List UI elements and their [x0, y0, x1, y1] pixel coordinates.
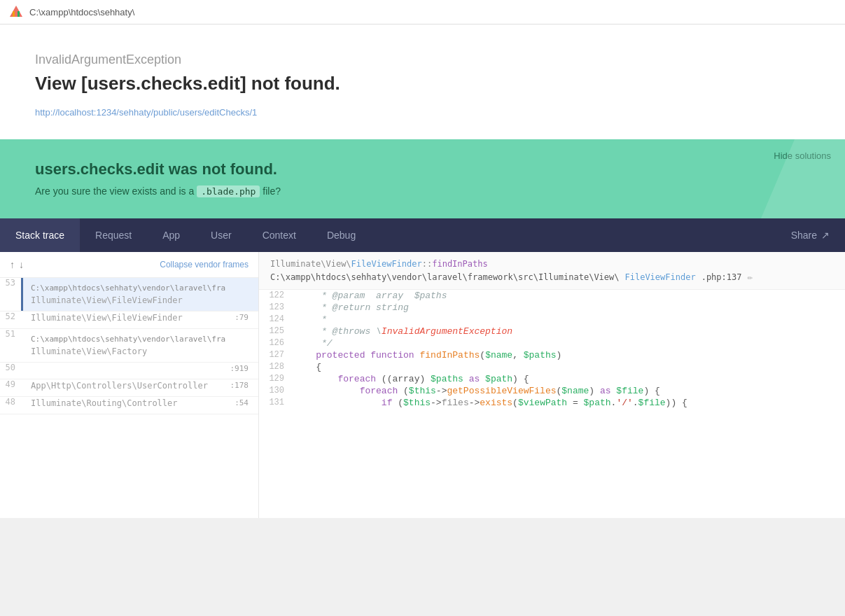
line-content-128: { — [294, 362, 845, 372]
frame-number-53: 53 — [0, 278, 21, 288]
line-content-130: foreach ($this->getPossibleViewFiles($na… — [294, 386, 845, 396]
code-body: 122 * @param array $paths 123 * @return … — [259, 290, 845, 518]
frame-classname-52: Illuminate\View\FileViewFinder — [31, 313, 183, 323]
line-number-122: 122 — [259, 290, 294, 300]
svg-rect-1 — [13, 11, 15, 17]
code-line-123: 123 * @return string — [259, 302, 845, 314]
top-bar: C:\xampp\htdocs\sehhaty\ — [0, 0, 845, 24]
frame-row-53[interactable]: 53 C:\xampp\htdocs\sehhaty\vendor\larave… — [0, 278, 258, 311]
frame-row-52[interactable]: 52 Illuminate\View\FileViewFinder :79 — [0, 312, 258, 328]
nav-down-arrow[interactable]: ↓ — [19, 259, 24, 270]
frame-row-48[interactable]: 48 Illuminate\Routing\Controller :54 — [0, 397, 258, 414]
frame-class-53: Illuminate\View\FileViewFinder — [21, 294, 258, 311]
frame-path-51: C:\xampp\htdocs\sehhaty\vendor\laravel\f… — [21, 329, 258, 345]
frame-class-49: App\Http\Controllers\UserController :178 — [21, 379, 258, 396]
frame-classname-49: App\Http\Controllers\UserController — [31, 381, 208, 391]
frame-classname-51: Illuminate\View\Factory — [31, 346, 147, 356]
nav-up-arrow[interactable]: ↑ — [10, 259, 15, 270]
filepath-after: .php:137 — [701, 272, 742, 282]
xampp-logo — [8, 4, 24, 20]
svg-marker-0 — [10, 6, 22, 17]
code-header: Illuminate\View\FileViewFinder::findInPa… — [259, 252, 845, 290]
line-number-127: 127 — [259, 350, 294, 360]
namespace-fn: findInPaths — [432, 259, 487, 269]
frame-path-53: C:\xampp\htdocs\sehhaty\vendor\laravel\f… — [21, 278, 258, 294]
frame-line-48: :54 — [235, 398, 249, 408]
frame-row-49[interactable]: 49 App\Http\Controllers\UserController :… — [0, 379, 258, 396]
code-line-124: 124 * — [259, 314, 845, 326]
stack-frame-50[interactable]: 50 :919 — [0, 363, 258, 379]
stack-frame-49[interactable]: 49 App\Http\Controllers\UserController :… — [0, 379, 258, 397]
stack-frame-53[interactable]: 53 C:\xampp\htdocs\sehhaty\vendor\larave… — [0, 278, 258, 312]
solution-code-hint: .blade.php — [197, 186, 260, 197]
namespace-method: :: — [422, 259, 432, 269]
namespace-class: FileViewFinder — [351, 259, 422, 269]
stack-frame-48[interactable]: 48 Illuminate\Routing\Controller :54 — [0, 397, 258, 414]
line-content-125: * @throws \InvalidArgumentException — [294, 326, 845, 337]
share-icon: ↗ — [821, 230, 830, 241]
main-content: ↑ ↓ Collapse vendor frames 53 C:\xampp\h… — [0, 252, 845, 518]
line-number-129: 129 — [259, 374, 294, 384]
frame-line-52: :79 — [235, 313, 249, 323]
stack-nav: ↑ ↓ — [10, 259, 24, 270]
frame-info-51: C:\xampp\htdocs\sehhaty\vendor\laravel\f… — [21, 329, 258, 362]
tab-debug[interactable]: Debug — [312, 218, 371, 252]
hide-solutions-button[interactable]: Hide solutions — [774, 150, 831, 161]
stack-panel: ↑ ↓ Collapse vendor frames 53 C:\xampp\h… — [0, 252, 259, 518]
code-panel: Illuminate\View\FileViewFinder::findInPa… — [259, 252, 845, 518]
line-content-129: foreach ((array) $paths as $path) { — [294, 374, 845, 384]
share-label: Share — [791, 230, 817, 241]
error-header: InvalidArgumentException View [users.che… — [0, 24, 845, 139]
line-number-128: 128 — [259, 362, 294, 372]
line-content-131: if ($this->files->exists($viewPath = $pa… — [294, 398, 845, 408]
frame-number-52: 52 — [0, 312, 21, 321]
line-content-126: */ — [294, 338, 845, 349]
line-content-122: * @param array $paths — [294, 290, 845, 301]
code-line-129: 129 foreach ((array) $paths as $path) { — [259, 373, 845, 385]
frame-row-50[interactable]: 50 :919 — [0, 363, 258, 379]
tab-user[interactable]: User — [195, 218, 247, 252]
line-content-127: protected function findInPaths($name, $p… — [294, 350, 845, 360]
stack-controls: ↑ ↓ Collapse vendor frames — [0, 252, 258, 278]
share-button[interactable]: Share ↗ — [776, 218, 845, 252]
frame-classname-48: Illuminate\Routing\Controller — [31, 398, 178, 408]
code-namespace: Illuminate\View\FileViewFinder::findInPa… — [270, 259, 834, 269]
tab-context[interactable]: Context — [247, 218, 312, 252]
frame-class-51: Illuminate\View\Factory — [21, 345, 258, 362]
line-number-123: 123 — [259, 302, 294, 312]
frame-number-48: 48 — [0, 397, 21, 407]
frame-class-50: :919 — [21, 363, 258, 379]
stack-frame-51[interactable]: 51 C:\xampp\htdocs\sehhaty\vendor\larave… — [0, 329, 258, 363]
edit-icon[interactable]: ✏ — [747, 272, 753, 282]
code-line-130: 130 foreach ($this->getPossibleViewFiles… — [259, 385, 845, 397]
code-line-128: 128 { — [259, 361, 845, 373]
exception-url[interactable]: http://localhost:1234/sehhaty/public/use… — [35, 107, 257, 118]
code-filepath: C:\xampp\htdocs\sehhaty\vendor\laravel\f… — [270, 272, 834, 282]
exception-message: View [users.checks.edit] not found. — [35, 73, 810, 94]
solution-description: Are you sure the view exists and is a .b… — [35, 186, 810, 197]
frame-classname-53: Illuminate\View\FileViewFinder — [31, 295, 183, 305]
tab-stack-trace[interactable]: Stack trace — [0, 218, 80, 252]
collapse-vendor-frames-button[interactable]: Collapse vendor frames — [160, 260, 249, 270]
frame-line-50: :919 — [230, 364, 249, 373]
code-line-131: 131 if ($this->files->exists($viewPath =… — [259, 397, 845, 409]
tab-request[interactable]: Request — [80, 218, 147, 252]
stack-frame-52[interactable]: 52 Illuminate\View\FileViewFinder :79 — [0, 312, 258, 329]
line-content-124: * — [294, 314, 845, 325]
line-number-124: 124 — [259, 314, 294, 324]
solution-desc-before: Are you sure the view exists and is a — [35, 186, 194, 197]
tab-app[interactable]: App — [147, 218, 195, 252]
frame-info-49: App\Http\Controllers\UserController :178 — [21, 379, 258, 396]
frame-row-51[interactable]: 51 C:\xampp\htdocs\sehhaty\vendor\larave… — [0, 329, 258, 362]
exception-type: InvalidArgumentException — [35, 52, 810, 67]
frame-number-50: 50 — [0, 363, 21, 372]
frame-class-48: Illuminate\Routing\Controller :54 — [21, 397, 258, 414]
file-path: C:\xampp\htdocs\sehhaty\ — [29, 7, 134, 18]
code-line-127: 127 protected function findInPaths($name… — [259, 349, 845, 361]
frame-info-52: Illuminate\View\FileViewFinder :79 — [21, 312, 258, 328]
frame-info-50: :919 — [21, 363, 258, 379]
frame-number-51: 51 — [0, 329, 21, 339]
frame-number-49: 49 — [0, 379, 21, 389]
line-number-125: 125 — [259, 326, 294, 336]
line-number-130: 130 — [259, 386, 294, 396]
